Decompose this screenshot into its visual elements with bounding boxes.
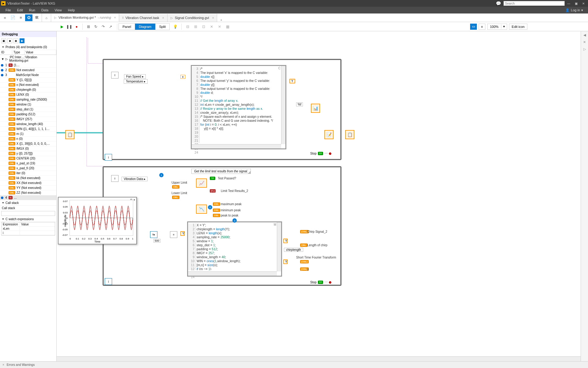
- comment-box[interactable]: Get the limit test results from the sign…: [191, 169, 251, 174]
- zoom-control[interactable]: 100% ▾: [487, 24, 507, 30]
- probe-row[interactable]: DBLsampling_rate (25000): [0, 97, 56, 102]
- fit-button[interactable]: ▭: [470, 24, 477, 30]
- run-rail-icon[interactable]: ▷: [583, 47, 586, 51]
- home-tab[interactable]: ⌂: [42, 14, 51, 22]
- constant-500[interactable]: 500: [153, 239, 160, 243]
- subvi-output-2[interactable]: 📋: [345, 130, 354, 139]
- callstack-input[interactable]: [1, 211, 55, 216]
- menu-run[interactable]: Run: [26, 7, 38, 13]
- tab-signal-conditioning[interactable]: ▷ Signal Conditioning.gvi ×: [168, 14, 217, 22]
- probe-row[interactable]: 4∿…: [0, 195, 56, 200]
- probe-path-row[interactable]: ▼ ▷ :PC:Inter…:Vibration Monitoring.gvi: [0, 55, 56, 63]
- back-button[interactable]: «: [1, 14, 9, 21]
- probe-row[interactable]: DBLwindow (1): [0, 102, 56, 107]
- tab-vibration-channel[interactable]: ⫴ Vibration Channel.task ×: [119, 14, 167, 22]
- menu-edit[interactable]: Edit: [14, 7, 26, 13]
- tab-close-icon[interactable]: ×: [114, 16, 116, 19]
- stop-led[interactable]: [329, 152, 331, 155]
- callstack-section[interactable]: ▼ Call stack: [0, 200, 56, 206]
- split-tab[interactable]: Split: [156, 24, 169, 30]
- fan-speed-label[interactable]: Fan Speed ▸: [124, 74, 146, 79]
- y-output-terminal[interactable]: Y: [289, 79, 295, 83]
- probe-row[interactable]: DBLIMGY (257): [0, 117, 56, 122]
- grid-icon[interactable]: ▦: [224, 24, 231, 30]
- index-node-2[interactable]: ⫴: [111, 175, 119, 182]
- edit-icon-button[interactable]: Edit icon: [509, 24, 527, 30]
- scrollbar-horizontal[interactable]: [188, 271, 277, 276]
- format-node[interactable]: 📊: [311, 104, 320, 113]
- y-output-terminal-2[interactable]: Y: [283, 239, 288, 243]
- cwatch-section[interactable]: ▼ C watch expressions: [0, 217, 56, 222]
- iteration-terminal[interactable]: i: [105, 154, 112, 161]
- probe-row[interactable]: DBLstep_dist (1): [0, 107, 56, 112]
- y-output-terminal-3[interactable]: Y: [283, 259, 288, 264]
- menu-data[interactable]: Data: [38, 7, 51, 13]
- format-string[interactable]: %f: [296, 102, 303, 106]
- group-icon[interactable]: ⊡: [201, 24, 207, 30]
- reorder-icon[interactable]: ⤧: [217, 24, 223, 30]
- bundle-node[interactable]: ≡: [170, 231, 177, 238]
- probe-row[interactable]: DBLZZ (Not executed): [0, 190, 56, 195]
- scrollbar-vertical[interactable]: [277, 222, 281, 271]
- canvas-scrollbar-h[interactable]: [57, 356, 581, 361]
- scrollbar-vertical[interactable]: [281, 66, 285, 144]
- mathscript-node[interactable]: M 1234567891011121314 X = Y';chirplength…: [187, 221, 282, 277]
- distribute-icon[interactable]: ⊞: [193, 24, 199, 30]
- probes-icon[interactable]: ▣: [1, 38, 6, 43]
- probe-row[interactable]: 3MathScript Node: [0, 73, 56, 78]
- panel-tab[interactable]: Panel: [119, 24, 135, 30]
- menu-help[interactable]: Help: [65, 7, 78, 13]
- close-rail-icon[interactable]: ✕: [583, 40, 586, 44]
- list-button[interactable]: ≡: [479, 24, 485, 30]
- diagram-tab[interactable]: Diagram: [135, 24, 156, 30]
- probe-row[interactable]: DBLCENTER (20): [0, 156, 56, 161]
- cwatch-row[interactable]: i: [2, 231, 55, 235]
- highlight-execution-button[interactable]: ⊞: [86, 24, 91, 29]
- cleanup-icon[interactable]: ✕: [209, 24, 215, 30]
- close-button[interactable]: ✕: [580, 1, 587, 6]
- breakpoints-icon[interactable]: ◆: [7, 38, 12, 43]
- breakpoint-2[interactable]: 2: [208, 205, 212, 209]
- probe-row[interactable]: DBLm (1): [0, 132, 56, 136]
- abort-button[interactable]: ●: [74, 24, 79, 29]
- breakpoint-1[interactable]: 1: [159, 173, 164, 177]
- probe-row[interactable]: DBLpadding (512): [0, 112, 56, 117]
- debug-view-button[interactable]: ✪: [25, 14, 32, 21]
- probe-row[interactable]: DBLIMGX (0): [0, 146, 56, 151]
- cwatch-row[interactable]: xLen: [2, 227, 55, 231]
- code-content[interactable]: X = Y';chirplength = length(Y);LENX = le…: [197, 223, 277, 270]
- align-left-icon[interactable]: ⊟: [185, 24, 191, 30]
- probe-row[interactable]: DBLy ([0, 257][]): [0, 151, 56, 156]
- probe-row[interactable]: DBLx_pad_fi (20): [0, 166, 56, 171]
- probe-row[interactable]: DBLchirplength (0): [0, 87, 56, 92]
- bulb-icon[interactable]: 💡: [172, 24, 178, 30]
- code-content[interactable]: /*The input tunnel 'x' is mapped to the …: [200, 67, 281, 143]
- probe-row[interactable]: DBLx_pad_st (19): [0, 161, 56, 166]
- probe-row[interactable]: DBLXX (Not executed): [0, 181, 56, 186]
- y-build-node[interactable]: Y▸: [150, 231, 157, 238]
- run-button[interactable]: ▶: [59, 24, 65, 29]
- watch-icon[interactable]: ◉: [13, 38, 18, 43]
- search-input[interactable]: [503, 1, 565, 6]
- menu-view[interactable]: View: [51, 7, 65, 13]
- tab-vibration-monitoring[interactable]: ▷ Vibration Monitoring.gvi * - running ×: [51, 14, 119, 22]
- probe-row[interactable]: DBLn (0): [0, 136, 56, 141]
- vibration-data-label[interactable]: Vibration Data ▸: [122, 177, 148, 181]
- tools-button[interactable]: 🛠: [33, 14, 40, 21]
- probe-row[interactable]: DBLYY (Not executed): [0, 186, 56, 190]
- add-tab-button[interactable]: +: [217, 18, 225, 22]
- peak-detect-node[interactable]: 📉: [196, 205, 207, 214]
- menu-file[interactable]: File: [2, 7, 14, 13]
- maximize-button[interactable]: ▣: [573, 1, 579, 6]
- bottom-bar[interactable]: × Errors and Warnings: [0, 361, 588, 368]
- c-code-node[interactable]: C 3456789101112131415161718192021222324 …: [191, 65, 286, 149]
- expand-icon[interactable]: ◀: [583, 33, 586, 37]
- iteration-terminal-2[interactable]: i: [105, 278, 112, 285]
- probe-row[interactable]: DBLwindow_length (40): [0, 122, 56, 127]
- login-link[interactable]: 👤 Log in ▾: [563, 8, 586, 12]
- scrollbar-horizontal[interactable]: [192, 144, 281, 148]
- tab-close-icon[interactable]: ×: [212, 16, 214, 20]
- minimize-button[interactable]: —: [565, 1, 572, 6]
- index-node[interactable]: ⫴: [111, 72, 119, 79]
- pause-button[interactable]: ❚❚: [66, 24, 72, 29]
